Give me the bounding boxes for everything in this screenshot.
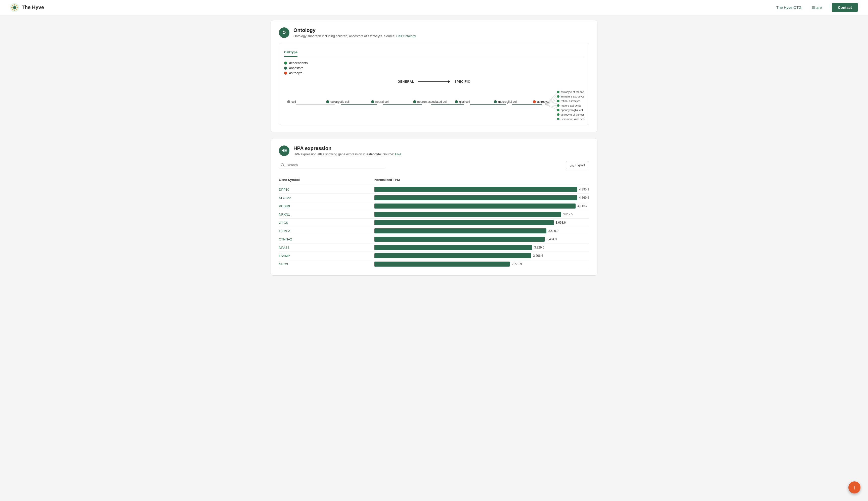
bar-container: 3,206.6 <box>374 253 589 258</box>
logo-text: The Hyve <box>22 4 44 10</box>
subtitle-prefix: Ontology subgraph including children, an… <box>293 34 368 38</box>
table-row: NPAS3 3,229.5 <box>279 244 589 252</box>
hpa-card: HE HPA expression HPA expression atlas s… <box>271 138 597 276</box>
search-icon <box>281 163 285 167</box>
table-row: NRXN1 3,817.5 <box>279 210 589 218</box>
node-eukaryotic-label: eukaryotic cell <box>331 100 349 104</box>
node-neuron[interactable]: neuron associated cell <box>413 100 447 104</box>
bar-value: 3,484.3 <box>547 237 557 241</box>
svg-line-26 <box>283 166 284 167</box>
descendant-7-dot <box>557 118 560 120</box>
node-astrocyte-dot <box>533 100 536 103</box>
ontology-header-text: Ontology Ontology subgraph including chi… <box>293 28 417 38</box>
axis-arrow <box>418 81 450 83</box>
descendant-4[interactable]: mature astrocyte <box>557 104 584 107</box>
table-row: CTNNA2 3,484.3 <box>279 235 589 244</box>
subtitle-term: astrocyte <box>368 34 383 38</box>
descendant-6[interactable]: astrocyte of the cerebe... <box>557 113 584 116</box>
descendant-5[interactable]: ependymoglial cell <box>557 108 584 111</box>
table-row: LSAMP 3,206.6 <box>279 252 589 260</box>
axis-general-label: GENERAL <box>398 80 414 83</box>
nav-share[interactable]: Share <box>812 5 822 10</box>
bar-value: 4,115.7 <box>578 204 588 208</box>
expression-table: Gene Symbol Normalized TPM DPP10 4,395.9… <box>279 175 589 268</box>
hpa-header-text: HPA expression HPA expression atlas show… <box>293 146 402 156</box>
table-row: PCDH9 4,115.7 <box>279 202 589 210</box>
bar <box>374 195 577 200</box>
hpa-subtitle-link[interactable]: HPA <box>395 152 401 156</box>
bar-value: 3,520.9 <box>548 229 558 233</box>
node-macroglial-label: macroglial cell <box>498 100 517 104</box>
contact-button[interactable]: Contact <box>832 3 858 12</box>
axis-specific-label: SPECIFIC <box>454 80 470 83</box>
nav-links: The Hyve OTG Share Contact <box>776 3 858 12</box>
node-eukaryotic[interactable]: eukaryotic cell <box>326 100 349 104</box>
subtitle-suffix: . Source: <box>382 34 396 38</box>
descendant-1[interactable]: astrocyte of the forebr... <box>557 90 584 94</box>
export-button[interactable]: Export <box>566 161 589 169</box>
bar-container: 3,484.3 <box>374 237 589 242</box>
node-neural[interactable]: neural cell <box>371 100 389 104</box>
bar-container: 4,395.9 <box>374 187 589 192</box>
gene-symbol-cell[interactable]: NPAS3 <box>279 246 374 249</box>
node-neural-label: neural cell <box>375 100 389 104</box>
node-glial-dot <box>455 100 458 103</box>
ancestors-dot <box>284 67 287 70</box>
gene-symbol-cell[interactable]: DPP10 <box>279 188 374 191</box>
node-macroglial[interactable]: macroglial cell <box>494 100 517 104</box>
search-row: Export <box>279 161 589 169</box>
ontology-subtitle: Ontology subgraph including children, an… <box>293 34 417 38</box>
subtitle-link[interactable]: Cell Ontology <box>396 34 416 38</box>
bar <box>374 237 545 242</box>
bar-value: 2,770.9 <box>512 262 522 266</box>
descendant-2[interactable]: immature astrocyte <box>557 95 584 98</box>
table-row: SLC1A2 4,369.6 <box>279 194 589 202</box>
search-box[interactable] <box>279 162 385 169</box>
gene-symbol-cell[interactable]: GPM6A <box>279 229 374 233</box>
descendant-7[interactable]: Bergmann glial cell <box>557 118 584 120</box>
tab-celltype[interactable]: CellType <box>284 48 297 57</box>
legend-ancestors: ancestors <box>284 66 584 70</box>
gene-symbol-cell[interactable]: NRG3 <box>279 262 374 266</box>
gene-symbol-cell[interactable]: LSAMP <box>279 254 374 258</box>
descendant-4-dot <box>557 104 560 107</box>
bar-container: 4,115.7 <box>374 203 589 209</box>
node-glial[interactable]: glial cell <box>455 100 470 104</box>
table-row: GPC5 3,668.6 <box>279 218 589 227</box>
gene-symbol-cell[interactable]: GPC5 <box>279 221 374 225</box>
legend-descendants: descendants <box>284 61 584 65</box>
hpa-subtitle-prefix: HPA expression atlas showing gene expres… <box>293 152 366 156</box>
node-astrocyte[interactable]: astrocyte <box>533 100 550 104</box>
table-body: DPP10 4,395.9 SLC1A2 4,369.6 PCDH9 4,115… <box>279 185 589 268</box>
descendants-panel: astrocyte of the forebr... immature astr… <box>557 90 584 120</box>
table-header: Gene Symbol Normalized TPM <box>279 175 589 184</box>
hpa-icon: HE <box>279 146 290 156</box>
node-neural-dot <box>371 100 374 103</box>
bar-container: 2,770.9 <box>374 262 589 267</box>
graph-svg <box>284 89 584 120</box>
nav-otg[interactable]: The Hyve OTG <box>776 5 802 10</box>
export-icon <box>570 163 574 167</box>
bar-value: 4,369.6 <box>579 196 589 200</box>
svg-point-25 <box>281 163 284 166</box>
bar-value: 3,206.6 <box>533 254 543 257</box>
descendant-3[interactable]: retinal astrocyte <box>557 99 584 103</box>
bar <box>374 203 576 209</box>
bar-container: 3,817.5 <box>374 212 589 217</box>
arrowhead-icon <box>448 81 450 83</box>
gene-symbol-cell[interactable]: PCDH9 <box>279 204 374 208</box>
bar-value: 4,395.9 <box>579 188 589 191</box>
ontology-title: Ontology <box>293 28 417 33</box>
bar <box>374 253 531 258</box>
gene-symbol-cell[interactable]: SLC1A2 <box>279 196 374 200</box>
ontology-graph: GENERAL SPECIFIC <box>284 80 584 120</box>
bar-value: 3,668.6 <box>556 221 566 224</box>
bar-value: 3,229.5 <box>534 246 544 249</box>
bar <box>374 262 510 267</box>
node-cell[interactable]: cell <box>287 100 296 104</box>
descendant-3-dot <box>557 100 560 102</box>
gene-symbol-cell[interactable]: NRXN1 <box>279 213 374 216</box>
search-input[interactable] <box>287 163 383 167</box>
table-row: GPM6A 3,520.9 <box>279 227 589 235</box>
gene-symbol-cell[interactable]: CTNNA2 <box>279 237 374 241</box>
